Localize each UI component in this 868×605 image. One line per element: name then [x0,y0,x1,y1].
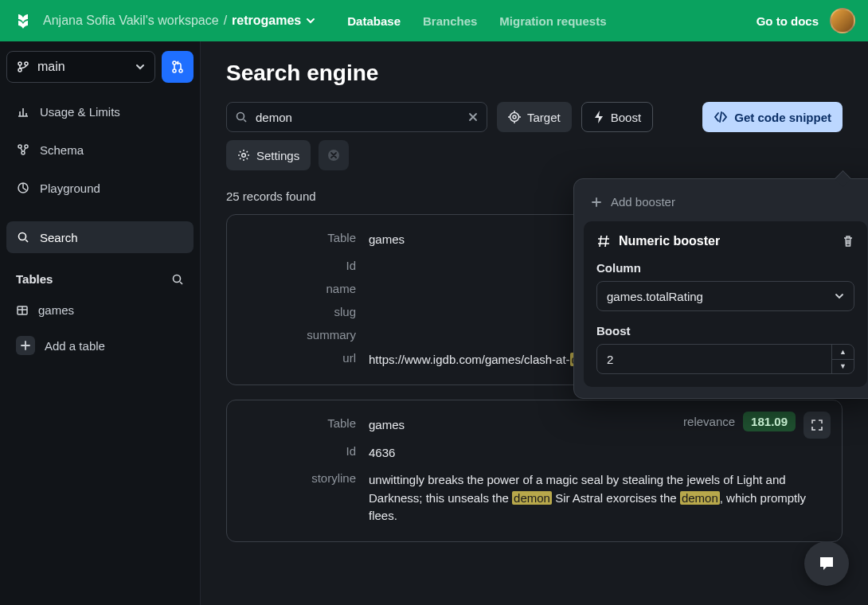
search-icon [16,231,30,244]
code-snippet-button[interactable]: Get code snippet [702,102,843,132]
chevron-down-icon[interactable] [306,16,315,25]
logo[interactable] [13,10,33,31]
highlight: demon [680,491,720,505]
settings-label: Settings [256,149,299,162]
sidebar-item-playground[interactable]: Playground [6,172,194,204]
svg-point-16 [242,154,246,158]
sidebar-item-usage[interactable]: Usage & Limits [6,96,194,127]
workspace-name[interactable]: Anjana Sofia Vakil's workspace [43,14,219,28]
add-table-button[interactable]: Add a table [6,330,194,361]
chevron-down-icon [835,291,844,301]
field-value: 4636 [369,444,824,463]
nav-branches[interactable]: Branches [423,14,477,28]
svg-point-10 [19,233,26,240]
pull-request-button[interactable] [162,51,194,83]
field-name: Table [244,231,356,249]
field-name: Id [244,259,356,272]
header-right: Go to docs [757,8,855,33]
svg-point-5 [179,69,182,72]
branch-select[interactable]: main [6,51,155,83]
boost-number-input[interactable]: ▲ ▼ [596,344,854,374]
svg-point-13 [237,113,244,120]
table-item-games[interactable]: games [6,297,194,323]
code-icon [714,111,728,123]
search-input-wrap[interactable] [226,102,487,132]
hash-icon [596,234,611,248]
svg-point-2 [25,62,28,65]
sidebar-item-search[interactable]: Search [6,221,194,253]
svg-point-4 [173,69,176,72]
nav-migration[interactable]: Migration requests [499,14,606,28]
svg-point-6 [18,145,22,148]
boost-button[interactable]: Boost [581,102,653,132]
search-icon[interactable] [171,273,184,286]
svg-point-15 [513,115,516,119]
branch-name: main [37,60,65,74]
svg-point-0 [18,62,22,65]
svg-point-1 [18,68,22,72]
nav-database[interactable]: Database [347,14,401,28]
target-button[interactable]: Target [497,102,572,132]
plus-icon [590,196,603,209]
relevance-wrap: relevance 181.09 [683,412,796,431]
clear-icon[interactable] [467,111,479,123]
git-branch-icon [17,60,29,73]
close-chip[interactable] [319,140,349,170]
svg-point-7 [25,145,28,148]
add-booster-button[interactable]: Add booster [584,190,867,213]
booster-title: Numeric booster [619,234,720,248]
page-title: Search engine [226,60,843,86]
number-stepper: ▲ ▼ [831,345,854,373]
boost-popover: Add booster Numeric booster Column games… [573,178,868,399]
table-icon [16,304,29,317]
field-name: summary [244,328,356,342]
chevron-down-icon [135,62,145,72]
stepper-up[interactable]: ▲ [832,345,854,360]
column-label: Column [596,261,854,275]
svg-point-11 [174,275,181,282]
target-icon [508,111,521,123]
avatar[interactable] [830,8,855,33]
settings-chip[interactable]: Settings [226,140,311,170]
table-name: games [38,303,74,317]
app-header: Anjana Sofia Vakil's workspace / retroga… [0,0,868,41]
top-nav: Database Branches Migration requests [347,14,606,28]
field-name: name [244,282,356,295]
trash-icon[interactable] [842,235,854,248]
chat-button[interactable] [804,541,849,586]
boost-field-label: Boost [596,324,854,338]
chart-icon [16,105,30,118]
expand-button[interactable] [803,412,831,439]
column-select[interactable]: games.totalRating [596,281,854,311]
sidebar-item-label: Search [40,231,78,244]
boost-label: Boost [611,111,641,124]
main-content: Search engine Target [201,41,868,605]
breadcrumb-separator: / [224,14,227,28]
target-label: Target [527,111,561,124]
sidebar-item-label: Usage & Limits [40,105,120,119]
svg-point-8 [22,151,25,154]
result-card: relevance 181.09 Table games Id 4636 sto… [226,400,843,542]
bolt-icon [593,111,604,123]
tables-section-title: Tables [6,260,194,291]
docs-link[interactable]: Go to docs [757,14,819,28]
relevance-badge: 181.09 [743,412,796,431]
svg-point-14 [510,113,519,122]
search-input[interactable] [256,111,459,124]
project-name[interactable]: retrogames [232,14,301,28]
sidebar-item-schema[interactable]: Schema [6,134,194,166]
add-booster-label: Add booster [611,195,675,209]
highlight: demon [512,491,552,505]
breadcrumb: Anjana Sofia Vakil's workspace / retroga… [43,14,315,28]
stepper-down[interactable]: ▼ [832,360,854,374]
relevance-label: relevance [683,415,735,428]
sidebar-item-label: Schema [40,143,84,157]
field-name: slug [244,305,356,318]
svg-point-3 [173,61,176,64]
boost-value-input[interactable] [607,353,831,366]
add-table-label: Add a table [45,339,105,353]
field-value-storyline: unwittingly breaks the power of a magic … [369,471,824,525]
search-toolbar: Target Boost Get code snippet [226,102,843,132]
sidebar: main Usage & Limits Schema [0,41,201,605]
field-name: url [244,351,356,369]
